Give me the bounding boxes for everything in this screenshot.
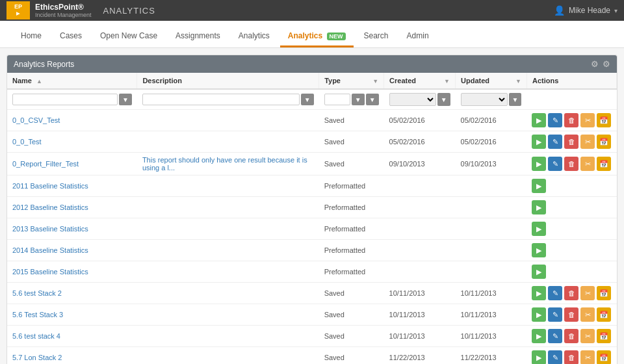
col-created[interactable]: Created ▼	[384, 73, 456, 89]
filter-desc-btn[interactable]: ▼	[301, 94, 314, 105]
edit-button[interactable]: ✎	[548, 113, 562, 127]
delete-button[interactable]: 🗑	[564, 135, 578, 149]
table-scroll-area[interactable]: Name ▲ Description Type ▼ Created ▼	[7, 73, 617, 364]
report-name-link[interactable]: 5.6 test stack 4	[12, 332, 60, 340]
cell-updated	[456, 218, 527, 240]
report-name-link[interactable]: 2014 Baseline Statistics	[12, 246, 88, 254]
report-name-link[interactable]: 5.7 Lon Stack 2	[12, 354, 62, 361]
cell-type: Preformatted	[319, 176, 384, 197]
delete-button[interactable]: 🗑	[564, 286, 578, 300]
table-row: 0_0_TestSaved05/02/201605/02/2016▶✎🗑✂📅	[7, 131, 617, 153]
nav-cases[interactable]: Cases	[52, 26, 90, 47]
delete-button[interactable]: 🗑	[564, 157, 578, 171]
filter-updated-select[interactable]	[461, 93, 508, 106]
cell-updated: 05/02/2016	[456, 131, 527, 153]
view-button[interactable]: ▶	[532, 135, 546, 149]
view-button[interactable]: ▶	[532, 243, 546, 257]
filter-type-btn[interactable]: ▼	[352, 94, 365, 105]
panel-settings-icon[interactable]: ⚙	[591, 59, 599, 69]
report-name-link[interactable]: 5.6 Test Stack 3	[12, 311, 63, 318]
type-filter-icon[interactable]: ▼	[372, 78, 378, 84]
user-area[interactable]: 👤 Mike Heade ▾	[554, 5, 618, 16]
delete-button[interactable]: 🗑	[564, 350, 578, 364]
created-filter-icon[interactable]: ▼	[444, 78, 450, 84]
schedule-button[interactable]: 📅	[597, 157, 611, 171]
col-name[interactable]: Name ▲	[7, 73, 137, 89]
panel-gear-icon[interactable]: ⚙	[603, 59, 610, 69]
schedule-button[interactable]: 📅	[597, 329, 611, 343]
col-description: Description	[137, 73, 319, 89]
table-row: 2013 Baseline StatisticsPreformatted▶	[7, 218, 617, 240]
delete-button[interactable]: 🗑	[564, 113, 578, 127]
report-name-link[interactable]: 5.6 test Stack 2	[12, 289, 62, 297]
edit-button[interactable]: ✎	[548, 286, 562, 300]
view-button[interactable]: ▶	[532, 307, 546, 322]
col-type[interactable]: Type ▼	[319, 73, 384, 89]
view-button[interactable]: ▶	[532, 179, 546, 193]
view-button[interactable]: ▶	[532, 200, 546, 214]
view-button[interactable]: ▶	[532, 265, 546, 279]
filter-updated-btn[interactable]: ▼	[509, 93, 522, 106]
edit-button[interactable]: ✎	[548, 157, 562, 171]
filter-created-select[interactable]	[389, 93, 436, 106]
delete-button[interactable]: 🗑	[564, 329, 578, 343]
view-button[interactable]: ▶	[532, 350, 546, 364]
schedule-button[interactable]: 📅	[597, 113, 611, 127]
edit-button[interactable]: ✎	[548, 135, 562, 149]
report-name-link[interactable]: 2015 Baseline Statistics	[12, 268, 88, 276]
panel-title: Analytics Reports	[14, 60, 74, 69]
nav-admin[interactable]: Admin	[399, 26, 437, 47]
view-button[interactable]: ▶	[532, 113, 546, 127]
copy-button[interactable]: ✂	[580, 307, 595, 322]
nav-analytics[interactable]: Analytics	[231, 26, 278, 47]
col-updated[interactable]: Updated ▼	[456, 73, 527, 89]
report-name-link[interactable]: 0_Report_Filter_Test	[12, 160, 79, 168]
schedule-button[interactable]: 📅	[597, 307, 611, 322]
report-name-link[interactable]: 0_0_Test	[12, 138, 42, 146]
cell-description	[137, 176, 319, 197]
table-row: 5.6 test Stack 2Saved10/11/201310/11/201…	[7, 283, 617, 304]
nav-assignments[interactable]: Assignments	[168, 26, 228, 47]
nav-search[interactable]: Search	[356, 26, 396, 47]
copy-button[interactable]: ✂	[580, 286, 595, 300]
report-name-link[interactable]: 2012 Baseline Statistics	[12, 203, 88, 211]
cell-updated: 05/02/2016	[456, 110, 527, 131]
copy-button[interactable]: ✂	[580, 329, 595, 343]
report-name-link[interactable]: 0_0_CSV_Test	[12, 116, 60, 124]
filter-type-input[interactable]	[324, 94, 350, 105]
schedule-button[interactable]: 📅	[597, 350, 611, 364]
edit-button[interactable]: ✎	[548, 350, 562, 364]
copy-button[interactable]: ✂	[580, 157, 595, 171]
cell-updated: 09/10/2013	[456, 153, 527, 176]
name-sort-icon[interactable]: ▲	[36, 78, 42, 84]
copy-button[interactable]: ✂	[580, 135, 595, 149]
cell-actions: ▶	[526, 176, 616, 197]
nav-open-new-case[interactable]: Open New Case	[92, 26, 165, 47]
view-button[interactable]: ▶	[532, 222, 546, 236]
table-row: 0_0_CSV_TestSaved05/02/201605/02/2016▶✎🗑…	[7, 110, 617, 131]
filter-name-input[interactable]	[12, 94, 118, 105]
report-name-link[interactable]: 2013 Baseline Statistics	[12, 225, 88, 233]
view-button[interactable]: ▶	[532, 157, 546, 171]
edit-button[interactable]: ✎	[548, 307, 562, 322]
updated-filter-icon[interactable]: ▼	[515, 78, 521, 84]
filter-desc-cell: ▼	[137, 89, 319, 110]
copy-button[interactable]: ✂	[580, 113, 595, 127]
cell-created	[384, 261, 456, 283]
nav-analytics-active[interactable]: Analytics NEW	[280, 26, 354, 47]
filter-type-btn2[interactable]: ▼	[366, 94, 379, 105]
report-name-link[interactable]: 2011 Baseline Statistics	[12, 182, 88, 190]
edit-button[interactable]: ✎	[548, 329, 562, 343]
filter-name-btn[interactable]: ▼	[119, 94, 132, 105]
view-button[interactable]: ▶	[532, 329, 546, 343]
filter-created-btn[interactable]: ▼	[437, 93, 450, 106]
cell-name: 2014 Baseline Statistics	[7, 240, 137, 261]
nav-home[interactable]: Home	[13, 26, 49, 47]
delete-button[interactable]: 🗑	[564, 307, 578, 322]
copy-button[interactable]: ✂	[580, 350, 595, 364]
filter-desc-input[interactable]	[142, 94, 300, 105]
view-button[interactable]: ▶	[532, 286, 546, 300]
nav-badge-new: NEW	[327, 32, 346, 40]
schedule-button[interactable]: 📅	[597, 135, 611, 149]
schedule-button[interactable]: 📅	[597, 286, 611, 300]
